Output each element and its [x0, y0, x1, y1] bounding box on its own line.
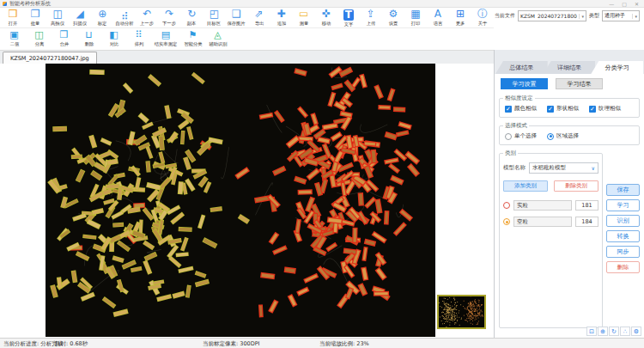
- similarity-title: 相似度设定: [503, 95, 535, 102]
- toolbar-save-image-button[interactable]: ❑保存图片: [225, 9, 247, 27]
- checkbox-texture-similar[interactable]: ✓纹理相似: [589, 105, 621, 113]
- text-label: 文字: [343, 21, 353, 27]
- sync-button[interactable]: 同步: [606, 246, 640, 258]
- subtab-learning-results[interactable]: 学习结果: [556, 78, 603, 89]
- toolbar-binarize-button[interactable]: ▣二值: [2, 29, 27, 50]
- document-tab[interactable]: KZSM_20240727180047.jpg: [3, 52, 97, 64]
- toolbar-calibrate-button[interactable]: ⊕标定: [91, 9, 113, 27]
- detail-results-label: 详细结果: [557, 64, 581, 72]
- toolbar-batch-button[interactable]: ❐批量: [24, 9, 46, 27]
- category-color-radio[interactable]: [503, 218, 510, 225]
- toolbar-compare-button[interactable]: ◧对比: [101, 29, 126, 50]
- radio-single-select[interactable]: 单个选择: [505, 132, 537, 140]
- category-color-radio[interactable]: [503, 202, 510, 209]
- checkbox-checked-icon: ✓: [589, 106, 596, 113]
- delete-category-button[interactable]: 删除类别: [554, 180, 598, 192]
- radio-region-select[interactable]: 区域选择: [547, 132, 579, 140]
- toolbar-auto-analyze-button[interactable]: ⣴自动分析: [113, 9, 136, 27]
- toolbar-separate-button[interactable]: ◫分离: [27, 29, 52, 50]
- fit-view-button[interactable]: ⊡: [586, 327, 597, 336]
- ruler-icon: ▭: [299, 9, 308, 20]
- view-mini-toolbar: ⊡⊕↻∴⚙: [586, 327, 641, 336]
- subtab-learning-settings[interactable]: 学习设置: [501, 78, 548, 89]
- save-button[interactable]: 保存: [606, 184, 640, 196]
- category-count-full-grain: 181: [575, 200, 598, 211]
- rotate-button[interactable]: ↻: [609, 327, 619, 336]
- checkbox-shape-similar[interactable]: ✓形状相似: [547, 105, 579, 113]
- recognize-button[interactable]: 识别: [606, 215, 640, 227]
- toolbar-smart-class-button[interactable]: ⚑智能分类: [180, 29, 205, 50]
- toolbar-append-button[interactable]: ✚追加: [270, 9, 293, 27]
- save-picture-icon: ❑: [232, 9, 241, 20]
- model-name-combobox[interactable]: 水稻秕粒模型 ∨: [529, 162, 598, 174]
- chevron-down-icon: ▾: [632, 14, 637, 19]
- toolbar-language-button[interactable]: A语言: [427, 9, 449, 27]
- texture-similar-label: 纹理相似: [598, 105, 621, 113]
- toolbar-move-button[interactable]: ✜移动: [315, 9, 337, 27]
- panel-tab-classify-learning[interactable]: 分类学习: [591, 61, 643, 74]
- batch-camera-icon: ❐: [31, 9, 40, 20]
- toolbar-settings-button[interactable]: ⚙设置: [382, 9, 404, 27]
- next-step-label: 下一步: [162, 20, 176, 26]
- toolbar-scanner-button[interactable]: ◢扫描仪: [69, 9, 91, 27]
- toolbar-duplicate-button[interactable]: ↻副本: [180, 9, 203, 27]
- arrange-label: 排列: [134, 40, 143, 46]
- toolbar-next-step-button[interactable]: ↷下一步: [158, 9, 180, 27]
- toolbar-print-button[interactable]: ▦打印: [404, 9, 427, 27]
- convert-button[interactable]: 转换: [606, 230, 640, 242]
- flag-icon: ⚑: [189, 29, 197, 40]
- toolbar-upload-button[interactable]: ⇪上传: [360, 9, 382, 27]
- toolbar-merge-button[interactable]: ❒合并: [52, 29, 76, 50]
- minimap[interactable]: [437, 295, 486, 329]
- learn-button[interactable]: 学习: [606, 199, 640, 211]
- toolbar-delete-button[interactable]: ⊔删除: [76, 29, 101, 50]
- minimize-button[interactable]: —: [609, 1, 614, 7]
- open-folder-icon: ❒: [9, 9, 18, 20]
- crosshair-icon: ⊕: [98, 9, 106, 20]
- current-file-label: 当前文件: [495, 12, 515, 20]
- toolbar-export-button[interactable]: ⇗导出: [248, 9, 270, 27]
- checkbox-color-similar[interactable]: ✓颜色相似: [505, 105, 537, 113]
- split-bars-icon: ◫: [34, 29, 43, 40]
- trash-icon: ⊔: [85, 29, 93, 40]
- assist-recog-label: 辅助识别: [209, 40, 227, 46]
- toolbar-prev-step-button[interactable]: ↶上一步: [136, 9, 158, 27]
- delete-button[interactable]: 删除: [606, 261, 640, 273]
- toolbar-arrange-button[interactable]: ⠿排列: [126, 29, 151, 50]
- close-button[interactable]: ✕: [635, 1, 639, 7]
- toolbar-about-button[interactable]: ⓘ关于: [471, 9, 494, 27]
- status-bar: 当前分析进度: 分析完成耗时: 0.68秒当前标定像素: 300DPI当前缩放比…: [0, 338, 644, 348]
- panel-tab-detail-results[interactable]: 详细结果: [544, 61, 596, 74]
- action-buttons: 保存学习识别转换同步删除: [606, 150, 640, 328]
- status-item: 当前分析进度: 分析完成: [3, 340, 63, 348]
- current-file-combobox[interactable]: KZSM_20240727180047 ▾: [518, 10, 586, 21]
- seed-image-canvas[interactable]: [46, 64, 435, 337]
- toolbar-assist-recog-button[interactable]: ◬辅助识别: [205, 29, 230, 50]
- category-title: 类别: [503, 150, 518, 157]
- toolbar-more-button[interactable]: ⊞更多: [449, 9, 471, 27]
- toolbar-measure-button[interactable]: ▭测量: [293, 9, 315, 27]
- view-gear-button[interactable]: ⚙: [631, 327, 641, 336]
- toolbar-doc-camera-button[interactable]: ◫高拍仪: [46, 9, 69, 27]
- category-name-field-empty-grain[interactable]: 空粒: [513, 217, 572, 227]
- save-image-label: 保存图片: [228, 20, 246, 26]
- bar-chart-icon: ⣴: [121, 9, 129, 20]
- seed-type-combobox[interactable]: 通用种子 ▾: [602, 10, 640, 21]
- app-icon: [3, 2, 7, 6]
- category-name-field-full-grain[interactable]: 实粒: [513, 200, 572, 211]
- toolbar-text-button[interactable]: T文字: [337, 9, 360, 27]
- pan-button[interactable]: ⊕: [598, 327, 608, 336]
- delete-label: 删除: [84, 40, 94, 46]
- shape-similar-label: 形状相似: [556, 105, 579, 113]
- duplicate-label: 副本: [187, 20, 197, 26]
- toolbar-target-area-button[interactable]: ◰目标区: [203, 9, 225, 27]
- toolbar-seed-rate-button[interactable]: ▤结实率测定: [151, 29, 180, 50]
- points-button[interactable]: ∴: [620, 327, 630, 336]
- maximize-button[interactable]: ▢: [622, 1, 627, 7]
- about-label: 关于: [478, 20, 488, 26]
- category-count-empty-grain: 184: [575, 217, 598, 227]
- panel-tab-overall-results[interactable]: 总体结果: [495, 61, 548, 74]
- toolbar-open-button[interactable]: ❒打开: [2, 9, 24, 27]
- gear-icon: ⚙: [388, 9, 398, 20]
- add-category-button[interactable]: 添加类别: [503, 180, 548, 192]
